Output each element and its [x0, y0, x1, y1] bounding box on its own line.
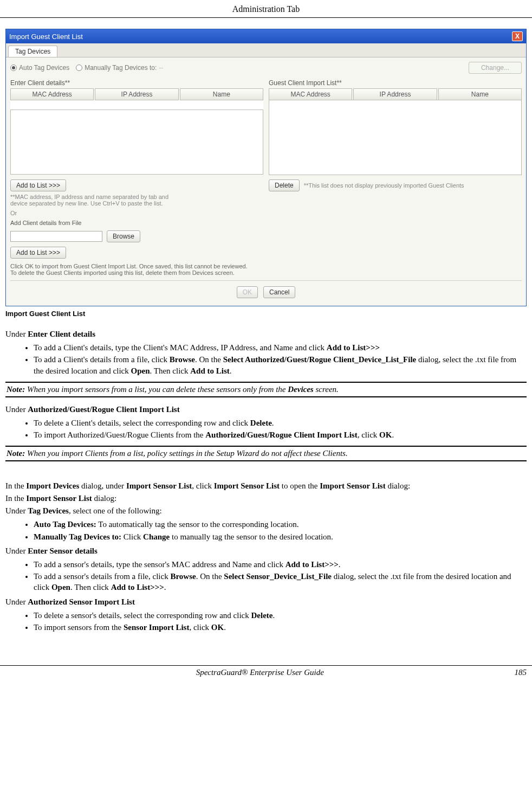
radio-auto-label: Auto Tag Devices	[19, 64, 69, 72]
manual-tag-value: --	[159, 64, 163, 72]
radio-icon	[76, 65, 82, 71]
text-bold: Enter Client details	[28, 330, 95, 338]
list-enter-client-details: To add a Client's details, type the Clie…	[5, 342, 527, 376]
add-from-file-label: Add Client details from File	[10, 220, 263, 226]
text: Under	[5, 405, 28, 414]
text: When you import sensors from a list, you…	[25, 385, 288, 394]
text-bold: Delete	[250, 419, 272, 427]
text-bold: Authorized/Guest/Rogue Client Import Lis…	[205, 430, 357, 439]
col-ip[interactable]: IP Address	[95, 88, 178, 100]
client-detail-input-row[interactable]	[10, 100, 263, 110]
radio-auto-tag[interactable]: Auto Tag Devices	[10, 64, 69, 72]
file-path-input[interactable]	[10, 231, 102, 242]
text: Under	[5, 330, 28, 338]
list-item: To add a Client's details, type the Clie…	[34, 342, 527, 353]
left-table-body[interactable]	[10, 110, 263, 175]
text: . On the	[195, 355, 223, 364]
text: . Then click	[150, 367, 191, 375]
text: to open the	[280, 481, 320, 490]
col-name[interactable]: Name	[438, 88, 522, 100]
text-bold: Browse	[170, 572, 196, 581]
text: . On the	[196, 572, 224, 581]
ok-button[interactable]: OK	[237, 286, 258, 298]
text: In the	[5, 481, 26, 490]
text: .	[164, 583, 166, 592]
delete-button[interactable]: Delete	[269, 179, 300, 191]
tab-strip: Tag Devices	[6, 43, 526, 57]
text: .	[230, 367, 232, 375]
list-item: To import sensors from the Sensor Import…	[34, 622, 527, 633]
dialog-title: Import Guest Client List	[9, 33, 83, 41]
right-table-body[interactable]	[269, 100, 522, 175]
para-under-enter-sensor: Under Enter Sensor details	[5, 547, 527, 556]
import-dialog: Import Guest Client List X Tag Devices A…	[5, 29, 527, 306]
enter-client-details-label: Enter Client details**	[10, 79, 263, 87]
text-bold: Devices	[288, 385, 313, 394]
list-item: To add a Client's details from a file, c…	[34, 354, 527, 376]
or-label: Or	[10, 210, 263, 216]
text: to manually tag the sensor to the desire…	[170, 532, 333, 541]
col-ip[interactable]: IP Address	[353, 88, 437, 100]
section-enter-client-details: Under Enter Client details	[5, 330, 527, 339]
delete-note: **This list does not display previously …	[304, 182, 464, 189]
text: Under	[5, 597, 28, 606]
text-bold: Import Sensor List	[320, 481, 385, 490]
note-box-1: Note: When you import sensors from a lis…	[5, 382, 527, 397]
text: .	[273, 611, 275, 620]
text: To import Authorized/Guest/Rogue Clients…	[34, 430, 205, 439]
mac-note: **MAC address, IP address and name separ…	[10, 194, 184, 207]
text: To automatically tag the sensor to the c…	[96, 520, 299, 529]
radio-manual-tag[interactable]: Manually Tag Devices to: --	[76, 64, 163, 72]
text-bold: Tag Devices	[28, 506, 69, 515]
tab-tag-devices[interactable]: Tag Devices	[8, 46, 57, 57]
browse-button[interactable]: Browse	[107, 230, 140, 242]
text: , select one of the following:	[69, 506, 162, 515]
list-item: To add a sensor's details, type the sens…	[34, 559, 527, 570]
text: . Then click	[70, 583, 111, 592]
text-bold: Import Devices	[26, 481, 79, 490]
text-bold: Import Sensor List	[126, 481, 192, 490]
text: To import sensors from the	[34, 623, 124, 632]
page-footer: SpectraGuard® Enterprise User Guide 185	[0, 665, 532, 683]
para-import-sensor-intro: In the Import Devices dialog, under Impo…	[5, 481, 527, 491]
text-bold: OK	[211, 623, 224, 632]
close-icon[interactable]: X	[512, 31, 523, 41]
list-import-list: To delete a Client's details, select the…	[5, 417, 527, 441]
list-tag-devices: Auto Tag Devices: To automatically tag t…	[5, 519, 527, 542]
list-enter-sensor: To add a sensor's details, type the sens…	[5, 559, 527, 593]
text-bold: Import Sensor List	[214, 481, 280, 490]
add-to-list-button-2[interactable]: Add to List >>>	[10, 247, 66, 259]
text: To add a sensor's details, type the sens…	[34, 560, 286, 569]
radio-manual-label: Manually Tag Devices to:	[85, 64, 157, 72]
cancel-button[interactable]: Cancel	[263, 286, 295, 298]
col-mac[interactable]: MAC Address	[269, 88, 352, 100]
col-name[interactable]: Name	[180, 88, 263, 100]
text: Under	[5, 547, 28, 555]
text: To add a sensor's details from a file, c…	[34, 572, 170, 581]
note-box-2: Note: When you import Clients from a lis…	[5, 446, 527, 461]
change-button[interactable]: Change...	[469, 62, 522, 74]
text: dialog:	[92, 494, 116, 503]
add-to-list-button[interactable]: Add to List >>>	[10, 179, 66, 191]
text-bold: Change	[143, 532, 170, 541]
text: .	[272, 419, 274, 427]
bottom-note: Click OK to import from Guest Client Imp…	[10, 263, 522, 276]
text: dialog, under	[79, 481, 126, 490]
text-bold: Select Sensor_Device_List_File	[224, 572, 332, 581]
figure-caption: Import Guest Client List	[5, 310, 527, 326]
text-bold: Auto Tag Devices:	[34, 520, 96, 529]
text-bold: Add to List>>>	[286, 560, 339, 569]
text-bold: Select Authorized/Guest/Rogue Client_Dev…	[223, 355, 417, 364]
page-number: 185	[514, 668, 527, 677]
text: .	[339, 560, 341, 569]
text: To add a Client's details from a file, c…	[34, 355, 170, 364]
text-bold: Open	[51, 583, 70, 592]
text-bold: Sensor Import List	[124, 623, 189, 632]
text: To delete a sensor's details, select the…	[34, 611, 251, 620]
list-item: Manually Tag Devices to: Click Change to…	[34, 531, 527, 542]
para-in-sensor-dialog: In the Import Sensor List dialog:	[5, 494, 527, 503]
col-mac[interactable]: MAC Address	[10, 88, 94, 100]
text: , click	[358, 430, 379, 439]
list-item: To delete a sensor's details, select the…	[34, 610, 527, 621]
footer-title: SpectraGuard® Enterprise User Guide	[196, 668, 324, 677]
